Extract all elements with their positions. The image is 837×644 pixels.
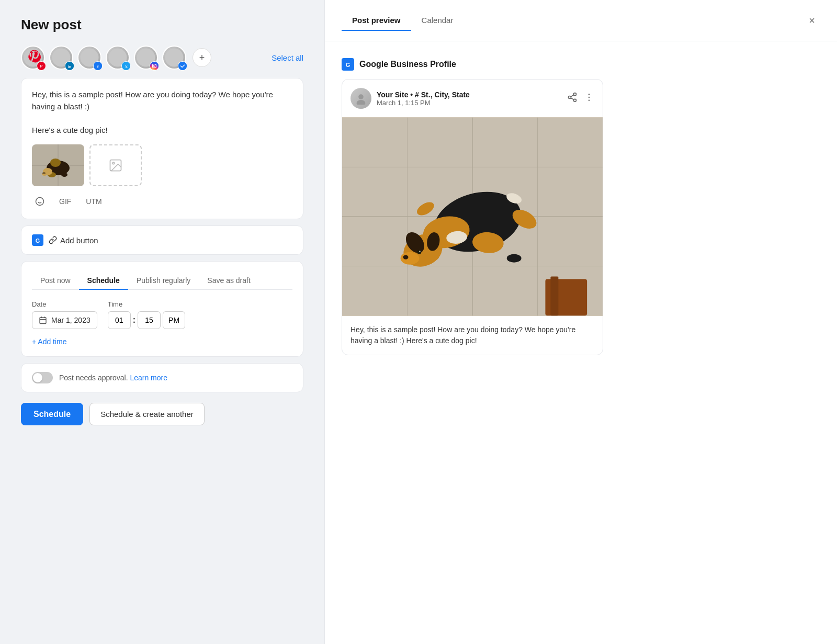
schedule-tabs: Post now Schedule Publish regularly Save…: [32, 272, 292, 290]
svg-point-71: [403, 255, 409, 259]
svg-point-66: [507, 254, 522, 263]
instagram-badge: [150, 61, 159, 71]
approval-text: Post needs approval. Learn more: [59, 374, 167, 382]
account-twitter[interactable]: 𝕏: [106, 46, 130, 70]
date-time-row: Date Mar 1, 2023 Time :: [32, 300, 292, 329]
tab-save-as-draft[interactable]: Save as draft: [199, 272, 259, 290]
post-text-content[interactable]: Hey, this is a sample post! How are you …: [32, 89, 292, 136]
gbp-profile-name: Your Site • # St., City, State: [377, 91, 470, 99]
time-input: : PM: [108, 311, 185, 329]
svg-point-31: [36, 198, 44, 206]
add-button-section: G Add button: [21, 225, 303, 255]
post-text-card: Hey, this is a sample post! How are you …: [21, 78, 303, 219]
google-business-icon: G: [32, 234, 43, 246]
image-add-placeholder[interactable]: [89, 144, 142, 186]
time-field-group: Time : PM: [108, 300, 185, 329]
gbp-profile: Your Site • # St., City, State March 1, …: [350, 88, 470, 109]
toggle-knob: [33, 373, 42, 382]
gbp-header-actions: [567, 92, 594, 105]
date-input[interactable]: Mar 1, 2023: [32, 311, 97, 329]
schedule-button[interactable]: Schedule: [21, 403, 83, 425]
svg-rect-36: [40, 318, 46, 324]
svg-point-28: [42, 172, 46, 174]
svg-point-49: [589, 93, 590, 95]
tab-calendar[interactable]: Calendar: [411, 10, 464, 31]
svg-point-30: [112, 162, 115, 164]
svg-point-24: [61, 173, 67, 177]
svg-point-46: [574, 99, 576, 101]
tab-publish-regularly[interactable]: Publish regularly: [128, 272, 199, 290]
emoji-button[interactable]: [32, 195, 48, 208]
svg-point-18: [178, 62, 187, 70]
right-content: G Google Business Profile Your Site • # …: [325, 41, 837, 644]
svg-text:f: f: [97, 64, 99, 69]
tab-schedule[interactable]: Schedule: [79, 272, 128, 290]
google-business-profile-icon: G: [342, 58, 354, 71]
svg-point-42: [358, 94, 364, 99]
date-field-group: Date Mar 1, 2023: [32, 300, 97, 329]
gbp-avatar: [350, 88, 371, 109]
more-options-icon[interactable]: [584, 92, 594, 105]
svg-text:𝕏: 𝕏: [125, 65, 128, 69]
account-instagram[interactable]: [134, 46, 158, 70]
platform-header: G Google Business Profile: [342, 58, 820, 71]
learn-more-link[interactable]: Learn more: [130, 374, 167, 382]
utm-button[interactable]: UTM: [83, 195, 105, 208]
time-hour-input[interactable]: [108, 311, 131, 329]
close-button[interactable]: ×: [804, 12, 820, 29]
svg-point-50: [589, 96, 590, 98]
gbp-card-header: Your Site • # St., City, State March 1, …: [342, 80, 603, 117]
linkedin-badge: in: [65, 61, 74, 71]
facebook-badge: f: [93, 61, 103, 71]
image-thumbnail-1[interactable]: [32, 144, 84, 186]
svg-point-45: [569, 96, 571, 98]
images-row: [32, 144, 292, 186]
time-separator: :: [133, 315, 135, 325]
svg-text:in: in: [68, 65, 71, 69]
svg-point-25: [50, 159, 61, 167]
tab-post-now[interactable]: Post now: [32, 272, 79, 290]
account-facebook[interactable]: f: [77, 46, 101, 70]
svg-line-47: [571, 98, 574, 99]
schedule-card: Post now Schedule Publish regularly Save…: [21, 261, 303, 357]
gif-button[interactable]: GIF: [56, 195, 74, 208]
schedule-create-another-button[interactable]: Schedule & create another: [89, 403, 205, 425]
account-linkedin[interactable]: in: [49, 46, 73, 70]
approval-toggle[interactable]: [32, 372, 53, 383]
svg-point-70: [401, 252, 420, 265]
time-minute-input[interactable]: [138, 311, 161, 329]
right-panel: Post preview Calendar × G Google Busines…: [324, 0, 837, 644]
account-checked[interactable]: [162, 46, 186, 70]
add-time-button[interactable]: + Add time: [32, 337, 67, 346]
add-account-button[interactable]: +: [193, 48, 211, 67]
account-pinterest[interactable]: P: [21, 46, 45, 70]
right-header: Post preview Calendar ×: [325, 0, 837, 41]
svg-point-51: [589, 99, 590, 101]
calendar-icon: [39, 316, 47, 324]
time-label: Time: [108, 300, 185, 308]
twitter-badge: 𝕏: [121, 61, 131, 71]
left-panel: New post P in: [0, 0, 324, 644]
preview-tabs: Post preview Calendar: [342, 10, 463, 30]
svg-point-43: [357, 100, 366, 105]
svg-text:G: G: [346, 62, 350, 68]
ampm-button[interactable]: PM: [163, 311, 185, 329]
link-icon: [49, 236, 57, 244]
page-title: New post: [21, 17, 303, 33]
gbp-post-image: [342, 117, 603, 316]
gbp-post-date: March 1, 1:15 PM: [377, 99, 470, 107]
svg-point-44: [574, 93, 576, 95]
svg-text:P: P: [40, 64, 43, 68]
svg-point-73: [419, 251, 421, 252]
add-button-link[interactable]: Add button: [49, 236, 98, 245]
tab-post-preview[interactable]: Post preview: [342, 10, 411, 31]
pinterest-badge: P: [37, 61, 46, 71]
approval-card: Post needs approval. Learn more: [21, 363, 303, 392]
gbp-preview-card: Your Site • # St., City, State March 1, …: [342, 79, 603, 355]
svg-line-48: [571, 95, 574, 96]
checked-badge: [178, 61, 187, 71]
date-value: Mar 1, 2023: [51, 316, 91, 324]
select-all-button[interactable]: Select all: [272, 53, 303, 62]
share-icon[interactable]: [567, 92, 578, 105]
svg-rect-76: [550, 277, 558, 316]
